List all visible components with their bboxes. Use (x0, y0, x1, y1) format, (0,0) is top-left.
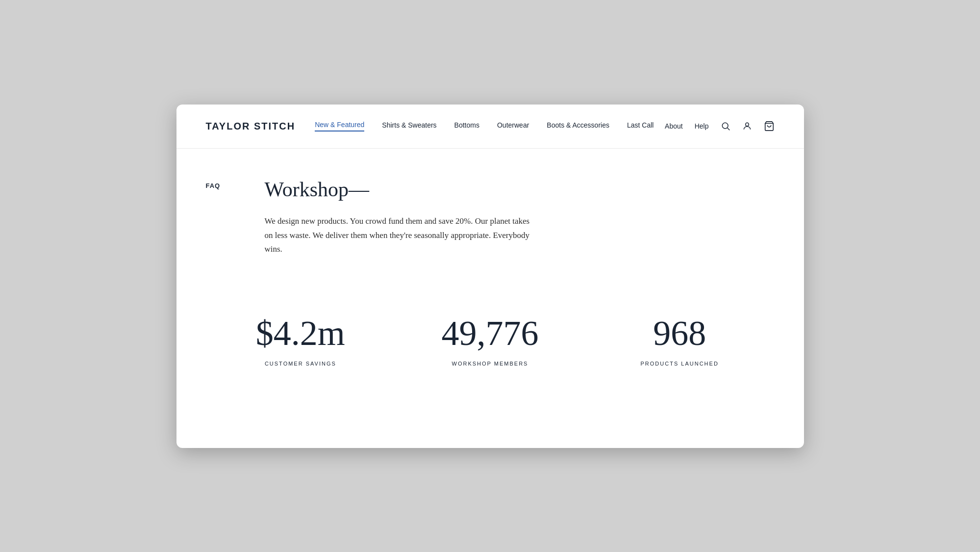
nav-help[interactable]: Help (695, 122, 709, 130)
nav-link-outerwear[interactable]: Outerwear (497, 121, 529, 131)
cart-icon[interactable] (764, 121, 775, 131)
stat-label-savings: CUSTOMER SAVINGS (265, 361, 336, 367)
logo[interactable]: TAYLOR STITCH (206, 121, 296, 132)
stats-section: $4.2m CUSTOMER SAVINGS 49,776 WORKSHOP M… (206, 296, 775, 386)
stat-label-members: WORKSHOP MEMBERS (452, 361, 528, 367)
main-content: FAQ Workshop— We design new products. Yo… (176, 149, 804, 426)
stat-workshop-members: 49,776 WORKSHOP MEMBERS (395, 315, 585, 367)
stat-value-savings: $4.2m (256, 315, 345, 351)
browser-window: TAYLOR STITCH New & Featured Shirts & Sw… (176, 105, 804, 448)
workshop-description: We design new products. You crowd fund t… (265, 214, 539, 257)
account-icon[interactable] (742, 121, 752, 131)
faq-workshop-section: FAQ Workshop— We design new products. Yo… (206, 178, 775, 257)
nav-bar: TAYLOR STITCH New & Featured Shirts & Sw… (176, 105, 804, 149)
stat-value-products: 968 (653, 315, 706, 351)
stat-customer-savings: $4.2m CUSTOMER SAVINGS (206, 315, 396, 367)
nav-right: About Help (665, 121, 774, 131)
nav-link-bottoms[interactable]: Bottoms (454, 121, 479, 131)
faq-label: FAQ (206, 178, 235, 257)
stat-products-launched: 968 PRODUCTS LAUNCHED (585, 315, 775, 367)
workshop-title: Workshop— (265, 178, 775, 201)
nav-link-new-featured[interactable]: New & Featured (315, 121, 364, 131)
svg-point-0 (722, 123, 728, 129)
svg-line-1 (727, 128, 729, 131)
stat-value-members: 49,776 (442, 315, 539, 351)
workshop-content: Workshop— We design new products. You cr… (265, 178, 775, 257)
nav-link-last-call[interactable]: Last Call (627, 121, 653, 131)
search-icon[interactable] (721, 121, 730, 131)
nav-about[interactable]: About (665, 122, 683, 130)
nav-links: New & Featured Shirts & Sweaters Bottoms… (315, 121, 665, 131)
nav-link-boots-accessories[interactable]: Boots & Accessories (547, 121, 609, 131)
nav-link-shirts-sweaters[interactable]: Shirts & Sweaters (382, 121, 436, 131)
stat-label-products: PRODUCTS LAUNCHED (641, 361, 719, 367)
svg-point-2 (745, 123, 749, 126)
